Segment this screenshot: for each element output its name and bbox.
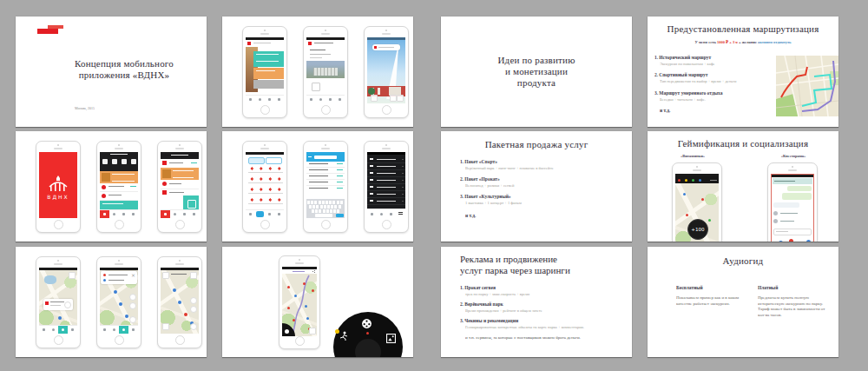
home-button [54, 220, 63, 229]
ruler-button [162, 323, 169, 330]
grid-icon [249, 213, 252, 215]
tab-pavilions [248, 157, 265, 164]
score-value: +100 [691, 227, 704, 232]
menu-icon [193, 213, 195, 215]
speaker [321, 148, 330, 149]
message-input [773, 229, 812, 235]
pin-active-icon [122, 328, 125, 331]
phone-mockup [242, 141, 287, 233]
map-pin-red [789, 239, 793, 242]
slide-route-wheel[interactable] [222, 247, 413, 357]
list-item-sub: Верёвочный парк + пинг-понг + плавание в… [465, 166, 554, 170]
list-row [100, 192, 138, 201]
zoom-in-button [129, 294, 136, 301]
search-icon [52, 328, 55, 331]
avatar [773, 219, 778, 223]
menu-icon [132, 328, 135, 331]
app-logo [247, 42, 251, 45]
phone-mockup [96, 141, 141, 233]
camera-dot [385, 30, 387, 31]
return-key [336, 214, 344, 217]
home-button [382, 105, 391, 115]
search-icon [380, 213, 383, 215]
grid-icon [103, 328, 106, 331]
phone-mockup: +100 [672, 162, 722, 242]
slide-app-screens[interactable] [222, 17, 413, 127]
phone-mockup [364, 141, 409, 233]
score-bubble: +100 [687, 219, 708, 240]
home-button [115, 335, 124, 345]
phone-mockup [242, 26, 287, 118]
route-point [178, 301, 181, 304]
speaker [295, 262, 304, 264]
pin-icon [268, 213, 271, 215]
slide-catalog-screens[interactable] [222, 131, 413, 242]
chevron-right-icons [402, 159, 404, 208]
search-header [306, 152, 345, 162]
phone-mockup [364, 26, 409, 118]
list-item-heading: 3.Чекины и рекомендации [460, 318, 518, 323]
ar-walk-button [371, 95, 378, 102]
etc-label: и т.д. [465, 213, 476, 218]
home-tab-icon [103, 213, 106, 215]
menu-icon [132, 213, 135, 215]
dark-header [161, 152, 199, 159]
list-row [100, 183, 138, 192]
chat-bubble [782, 193, 812, 200]
slide-audioguide[interactable]: Аудиогид Бесплатный Показываем пример ка… [648, 247, 838, 357]
right-app-label: «Квесторама» [759, 154, 828, 158]
category-icon [131, 159, 136, 164]
share-icon [312, 270, 315, 273]
locate-button [129, 316, 136, 323]
score-bar [675, 176, 719, 183]
green-counter [692, 179, 694, 182]
list-item-sub: Беседки + читальня + кафе. [660, 97, 706, 102]
camera-dot [325, 30, 326, 31]
phone-mockup: ВДНХ [36, 141, 81, 233]
menu-item-icons [370, 158, 373, 207]
cinema-icon [361, 318, 372, 329]
dark-header [100, 152, 138, 171]
home-button [175, 335, 185, 345]
zoom-in-button [190, 297, 197, 304]
slide-cover[interactable]: Концепция мобильного приложения «ВДНХ» М… [16, 17, 207, 127]
slide-sharing[interactable]: Реклама и продвижение услуг парка через … [441, 247, 632, 357]
layers-button [190, 272, 197, 279]
slide-routing[interactable]: Предустановленная маршрутизация У меня е… [648, 17, 838, 127]
chevron-button [64, 301, 71, 308]
left-app-label: «Витаминки» [648, 154, 738, 158]
speaker [260, 148, 269, 149]
speaker [788, 169, 797, 171]
pin-icon [268, 98, 271, 101]
slide-splash-screens[interactable]: ВДНХ [16, 131, 207, 242]
slide-map-screens[interactable]: × [16, 247, 207, 357]
speaker [115, 263, 123, 265]
phone-mockup [157, 256, 202, 348]
speaker [260, 33, 269, 35]
chat-bubble [773, 202, 799, 208]
camera-dot [118, 144, 120, 146]
camera-dot [299, 259, 300, 261]
slide-title: Аудиогид [648, 255, 838, 267]
list-item-sub: трек по парку + макс.скорость + время [465, 292, 529, 296]
route-point [125, 315, 128, 318]
slide-ideas[interactable]: Идеи по развитию и монетизации продукта [441, 17, 632, 127]
list-item-heading: 1.Прокат сегвея [460, 285, 496, 290]
slide-gamification[interactable]: Геймификация и социализация «Витаминки» … [648, 131, 838, 242]
zoom-out-button [129, 302, 136, 309]
tab-bar [100, 325, 138, 334]
section-title: Идеи по развитию и монетизации продукта [441, 55, 632, 89]
list-item-heading: 3.Пакет «Культурный» [460, 194, 511, 199]
free-heading: Бесплатный [676, 285, 703, 290]
gallery-thumb [312, 83, 320, 91]
phone-mockup [36, 256, 81, 348]
category-icon [122, 159, 127, 164]
speaker [54, 263, 62, 265]
vdnh-red-logo [37, 25, 63, 37]
ar-photo-button [390, 95, 397, 102]
slide-packages[interactable]: Пакетная продажа услуг 1.Пакет «Спорт» В… [441, 131, 632, 242]
route-point [119, 302, 122, 306]
tab-services [266, 157, 282, 164]
splash-logo-text: ВДНХ [39, 194, 77, 200]
list-item-heading: 2.Спортивный маршрут [654, 72, 708, 77]
